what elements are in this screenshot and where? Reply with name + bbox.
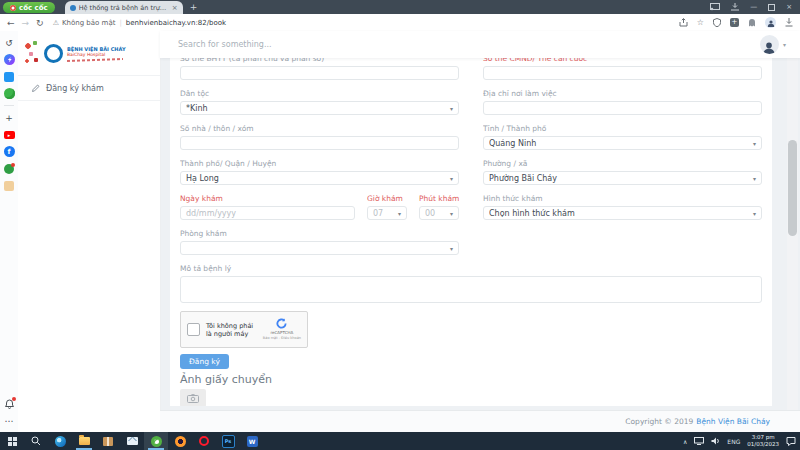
phongkham-select[interactable]: ▾ [180,241,459,255]
dantoc-select[interactable]: *Kinh ▾ [180,101,459,115]
profile-avatar-icon[interactable] [765,17,776,28]
phutkham-select[interactable]: 00 ▾ [419,206,459,220]
youtube-icon[interactable]: ▸ [4,129,15,140]
taskbar-firefox[interactable] [168,432,192,450]
hospital-footer-link[interactable]: Bệnh Viện Bãi Cháy [696,417,770,426]
messenger-icon[interactable] [4,54,15,65]
facebook-icon[interactable]: f [4,146,15,157]
taskbar-search-button[interactable] [24,432,48,450]
giokham-select[interactable]: 07 ▾ [367,206,407,220]
taskbar-store[interactable] [96,432,120,450]
user-avatar[interactable] [760,35,779,54]
close-button[interactable]: × [786,3,792,11]
field-dantoc: Dân tộc *Kinh ▾ [180,80,459,115]
sonha-input[interactable] [180,136,459,150]
huyen-select[interactable]: Hạ Long ▾ [180,171,459,185]
download-tray-icon[interactable] [731,3,739,11]
giokham-label: Giờ khám [367,195,407,203]
shield-icon[interactable] [713,18,721,27]
scrollbar-thumb[interactable] [788,140,797,236]
coccoc-brand-label: cốc cốc [19,4,48,12]
recaptcha-checkbox[interactable] [187,323,200,336]
chevron-down-icon[interactable]: ▾ [783,41,786,48]
forward-icon[interactable]: → [22,18,30,28]
phutkham-value: 00 [425,209,446,218]
coccoc-icon [151,436,162,447]
green-badge-app-icon[interactable] [4,163,15,174]
orange-app-icon[interactable] [4,180,15,191]
taskbar-opera[interactable] [192,432,216,450]
bookmark-star-icon[interactable]: ☆ [697,19,704,27]
start-button[interactable] [0,432,24,450]
tab-close-icon[interactable]: × [172,4,178,12]
share-icon[interactable] [679,18,688,27]
ghost-notification-icon[interactable] [748,18,756,27]
language-indicator[interactable]: ENG [727,438,740,445]
maximize-button[interactable] [768,4,775,11]
sonha-label: Số nhà / thôn / xóm [180,125,459,133]
tray-chevron-up-icon[interactable]: ∧ [683,438,687,445]
action-center-icon[interactable] [786,437,796,446]
download-icon[interactable] [785,18,793,27]
taskbar-word[interactable]: W [240,432,264,450]
tinh-value: Quảng Ninh [489,139,749,148]
ngaykham-input[interactable] [180,206,355,220]
notifications-bell-icon[interactable] [4,398,15,409]
chevron-down-icon: ▾ [450,175,453,182]
taskbar-file-explorer[interactable] [72,432,96,450]
cast-icon[interactable] [710,3,720,11]
field-phongkham: Phòng khám ▾ [180,220,459,255]
clock[interactable]: 3:07 pm 01/03/2023 [747,434,779,448]
sidebar-item-dang-ky-kham[interactable]: Đăng ký khám [18,76,160,101]
photoshop-icon: Ps [222,435,235,448]
chevron-down-icon: ▾ [753,210,756,217]
recaptcha-terms-links[interactable]: Bảo mật - Điều khoản [263,336,301,341]
search-input[interactable] [176,39,440,50]
network-icon[interactable] [694,437,704,445]
more-options-icon[interactable]: ⋯ [4,415,15,426]
bhyt-input[interactable] [180,66,459,80]
field-sonha: Số nhà / thôn / xóm [180,115,459,150]
reload-icon[interactable]: ↻ [36,18,44,28]
windows-logo-icon [8,437,17,446]
adblock-plus-icon[interactable]: + [730,18,739,27]
taskbar-coccoc[interactable] [144,432,168,450]
urlbar-divider: | [119,19,121,27]
history-icon[interactable]: ↺ [4,37,15,48]
taskbar-mail[interactable] [120,432,144,450]
hinhthuc-select[interactable]: Chọn hình thức khám ▾ [483,206,762,220]
browser-titlebar: cốc cốc Hệ thống trả bệnh án trực tu... … [0,0,800,14]
url-text[interactable]: benhvienbaichay.vn:82/book [126,19,226,27]
not-secure-label[interactable]: Không bảo mật [62,19,116,27]
cmnd-input[interactable] [483,66,762,80]
taskbar-photoshop[interactable]: Ps [216,432,240,450]
hinhthuc-label: Hình thức khám [483,195,762,203]
phuongxa-select[interactable]: Phường Bãi Cháy ▾ [483,171,762,185]
volume-icon[interactable] [711,437,720,445]
submit-button[interactable]: Đăng ký [180,354,229,369]
back-icon[interactable]: ← [7,18,15,28]
hinhthuc-value: Chọn hình thức khám [489,209,749,218]
package-icon [103,437,113,446]
add-shortcut-icon[interactable]: + [4,112,15,123]
hospital-logo[interactable]: BỆNH VIỆN BÃI CHÁY BaiChay Hospital [18,31,160,76]
green-chat-app-icon[interactable] [4,88,15,99]
time-text: 3:07 pm [752,434,775,441]
new-tab-button[interactable]: + [190,2,198,12]
coccoc-brand-button[interactable]: cốc cốc [3,2,55,13]
bhyt-label: Số thẻ BHYT (cả phần chữ và phần số) [180,58,459,63]
recaptcha-logo-icon [276,318,287,329]
taskbar-edge[interactable] [48,432,72,450]
field-tinh: Tỉnh / Thành phố Quảng Ninh ▾ [483,115,762,150]
browser-tab[interactable]: Hệ thống trả bệnh án trực tu... × [65,1,183,14]
noilamviec-input[interactable] [483,101,762,115]
upload-section-title: Ảnh giấy chuyển [180,373,762,386]
tinh-select[interactable]: Quảng Ninh ▾ [483,136,762,150]
blue-app-icon[interactable] [4,71,15,82]
field-ngaykham: Ngày khám [180,185,355,220]
browser-urlbar: ← → ↻ ⚠ Không bảo mật | benhvienbaichay.… [0,14,800,32]
mota-textarea[interactable] [180,276,762,303]
minimize-button[interactable]: — [750,3,757,11]
folder-icon [79,437,90,445]
ngaykham-label: Ngày khám [180,195,355,203]
